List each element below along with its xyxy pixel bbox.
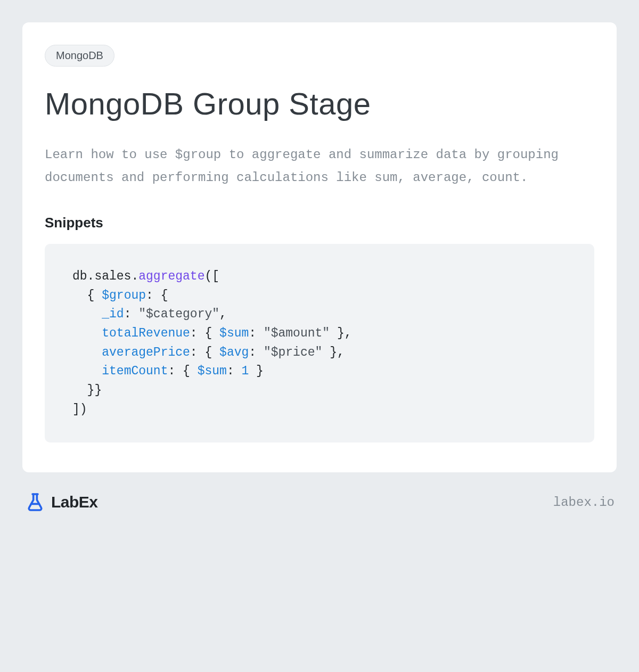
category-tag: MongoDB bbox=[45, 45, 114, 67]
brand-logo: LabEx bbox=[24, 491, 98, 513]
brand-name: LabEx bbox=[51, 493, 98, 511]
footer: LabEx labex.io bbox=[22, 472, 617, 513]
description-text: Learn how to use $group to aggregate and… bbox=[45, 143, 594, 189]
content-card: MongoDB MongoDB Group Stage Learn how to… bbox=[22, 22, 617, 472]
flask-icon bbox=[24, 491, 46, 513]
site-url: labex.io bbox=[553, 495, 615, 510]
code-content: db.sales.aggregate([ { $group: { _id: "$… bbox=[72, 267, 567, 419]
code-snippet-block: db.sales.aggregate([ { $group: { _id: "$… bbox=[45, 244, 594, 442]
snippets-heading: Snippets bbox=[45, 215, 594, 231]
page-title: MongoDB Group Stage bbox=[45, 87, 594, 121]
